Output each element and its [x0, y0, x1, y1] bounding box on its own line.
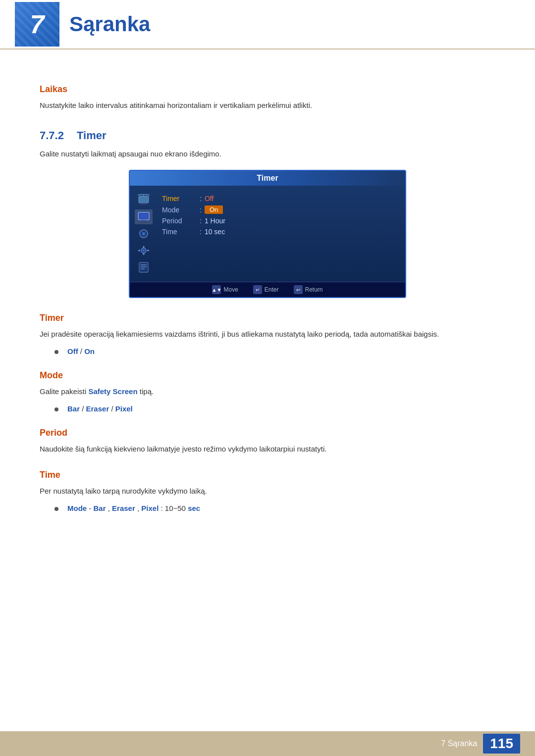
osd-row-period: Period : 1 Hour [162, 217, 400, 225]
time-eraser-text: Eraser [112, 504, 135, 512]
main-content: Laikas Nustatykite laiko intervalus atit… [0, 50, 535, 556]
period-desc-section: Period Naudokite šią funkciją kiekvieno … [40, 428, 495, 455]
safety-screen-link: Safety Screen [88, 387, 137, 396]
svg-rect-4 [139, 213, 148, 219]
timer-bullet: Off / On [54, 347, 495, 355]
osd-bottom-bar: ▲▼ Move ↵ Enter ↩ Return [130, 282, 405, 297]
time-bar-text: Bar [94, 504, 106, 512]
move-icon: ▲▼ [212, 285, 221, 294]
time-bullet-text: Mode - Bar , Eraser , Pixel : 10~50 sec [67, 504, 200, 512]
timer-desc-section: Timer Jei pradėsite operaciją liekamiesi… [40, 313, 495, 355]
timer-section-number: 7.7.2 [40, 129, 64, 142]
osd-label-period: Period [162, 217, 197, 225]
mode-desc-prefix: Galite pakeisti [40, 387, 88, 396]
footer-section-label: 7 Sąranka [441, 739, 477, 748]
osd-icon-1 [135, 193, 153, 207]
osd-value-mode: On [205, 205, 223, 214]
osd-menu: Timer [129, 170, 406, 298]
timer-subsection-heading: 7.7.2 Timer [40, 129, 495, 142]
laikas-heading: Laikas [40, 84, 495, 95]
timer-bullet-text: Off / On [67, 347, 95, 355]
osd-btn-return: ↩ Return [294, 285, 323, 294]
timer-on-text: On [84, 347, 95, 355]
osd-sidebar [130, 191, 157, 277]
mode-bullet: Bar / Eraser / Pixel [54, 404, 495, 413]
svg-rect-6 [140, 221, 147, 222]
svg-rect-2 [140, 203, 148, 204]
osd-icon-3 [135, 226, 153, 241]
time-desc-section: Time Per nustatytą laiko tarpą nurodykit… [40, 470, 495, 512]
osd-row-mode: Mode : On [162, 205, 400, 214]
mode-bar-text: Bar [67, 404, 80, 413]
osd-body: Timer : Off Mode : On Period : 1 Hour [130, 186, 405, 282]
osd-label-mode: Mode [162, 206, 197, 214]
timer-desc-heading: Timer [40, 313, 495, 323]
time-desc-body: Per nustatytą laiko tarpą nurodykite vyk… [40, 485, 495, 497]
osd-btn-enter-label: Enter [265, 286, 279, 293]
period-desc-body: Naudokite šią funkciją kiekvieno laikmat… [40, 443, 495, 455]
time-bullet: Mode - Bar , Eraser , Pixel : 10~50 sec [54, 504, 495, 512]
time-pixel-text: Pixel [141, 504, 159, 512]
osd-title: Timer [130, 171, 405, 186]
time-sec-text: sec [188, 504, 200, 512]
enter-icon: ↵ [253, 285, 262, 294]
bullet-dot-1 [54, 350, 58, 354]
svg-point-11 [142, 250, 145, 252]
timer-off-text: Off [67, 347, 78, 355]
laikas-section: Laikas Nustatykite laiko intervalus atit… [40, 84, 495, 111]
svg-rect-13 [143, 253, 144, 255]
mode-desc-section: Mode Galite pakeisti Safety Screen tipą.… [40, 370, 495, 413]
footer-page-number: 115 [483, 734, 520, 754]
osd-btn-return-label: Return [305, 286, 323, 293]
osd-btn-move: ▲▼ Move [212, 285, 238, 294]
osd-value-period: 1 Hour [205, 217, 225, 225]
time-desc-heading: Time [40, 470, 495, 480]
svg-rect-0 [139, 196, 149, 203]
timer-desc-body: Jei pradėsite operaciją liekamiesiems va… [40, 328, 495, 340]
return-icon: ↩ [294, 285, 303, 294]
osd-row-time: Time : 10 sec [162, 228, 400, 236]
svg-rect-16 [139, 262, 148, 272]
chapter-number: 7 [30, 9, 45, 39]
bullet-dot-3 [54, 507, 58, 511]
osd-label-timer: Timer [162, 195, 197, 202]
svg-rect-12 [143, 246, 144, 248]
svg-rect-15 [147, 250, 149, 252]
mode-desc-body: Galite pakeisti Safety Screen tipą. [40, 386, 495, 398]
mode-desc-suffix: tipą. [138, 387, 154, 396]
osd-btn-move-label: Move [223, 286, 238, 293]
osd-label-time: Time [162, 228, 197, 236]
osd-value-timer: Off [205, 195, 214, 202]
osd-value-time: 10 sec [205, 228, 225, 236]
laikas-body: Nustatykite laiko intervalus atitinkamai… [40, 100, 495, 111]
mode-desc-heading: Mode [40, 370, 495, 381]
timer-subsection: 7.7.2 Timer Galite nustatyti laikmatį ap… [40, 129, 495, 298]
osd-row-timer: Timer : Off [162, 195, 400, 202]
osd-menu-area: Timer : Off Mode : On Period : 1 Hour [157, 191, 405, 277]
timer-intro-text: Galite nustatyti laikmatį apsaugai nuo e… [40, 148, 495, 160]
svg-rect-5 [141, 220, 146, 221]
svg-rect-14 [138, 250, 140, 252]
osd-icon-5 [135, 260, 153, 275]
osd-icon-4 [135, 243, 153, 258]
mode-pixel-text: Pixel [115, 404, 133, 413]
time-mode-text: Mode [67, 504, 87, 512]
chapter-title: Sąranka [69, 12, 150, 36]
page-header: 7 Sąranka [0, 0, 535, 50]
osd-icon-2 [135, 209, 153, 224]
osd-btn-enter: ↵ Enter [253, 285, 279, 294]
mode-bullet-text: Bar / Eraser / Pixel [67, 404, 133, 413]
mode-eraser-text: Eraser [86, 404, 109, 413]
timer-section-title: Timer [77, 129, 107, 142]
page-footer: 7 Sąranka 115 [0, 731, 535, 756]
period-desc-heading: Period [40, 428, 495, 438]
svg-point-9 [143, 233, 145, 235]
bullet-dot-2 [54, 407, 58, 411]
chapter-box: 7 [15, 2, 59, 47]
